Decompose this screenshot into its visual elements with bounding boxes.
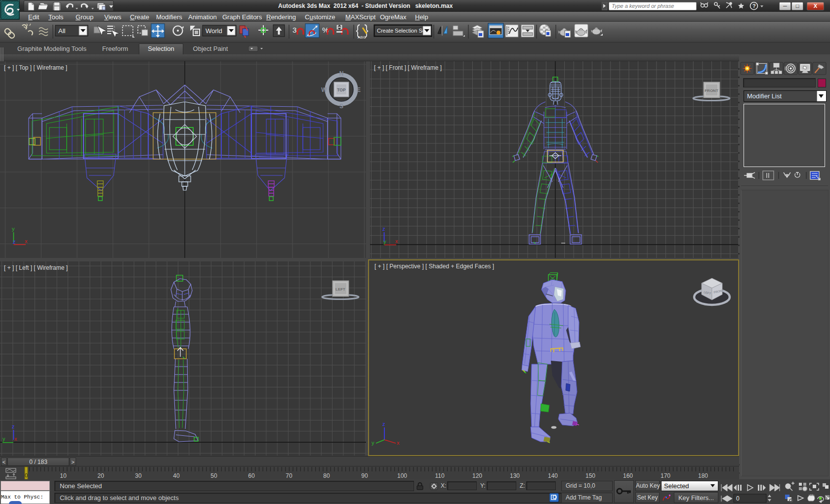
svg-text:[ + ] [ Perspective ] [ Shaded: [ + ] [ Perspective ] [ Shaded + Edged F… bbox=[374, 263, 494, 270]
svg-text:E: E bbox=[357, 86, 361, 93]
svg-text:20: 20 bbox=[97, 472, 104, 479]
svg-text:N: N bbox=[339, 70, 344, 77]
svg-text:[ + ] [ Top ] [ Wireframe ]: [ + ] [ Top ] [ Wireframe ] bbox=[4, 64, 67, 71]
svg-text:0: 0 bbox=[736, 495, 740, 502]
svg-text:[ + ] [ Front ] [ Wireframe ]: [ + ] [ Front ] [ Wireframe ] bbox=[374, 64, 442, 71]
svg-text:W: W bbox=[321, 86, 327, 93]
svg-text:y: y bbox=[2, 436, 5, 442]
svg-text:150: 150 bbox=[585, 472, 595, 479]
svg-text:?: ? bbox=[752, 3, 756, 9]
svg-text:180: 180 bbox=[698, 472, 708, 479]
svg-text:[ + ] [ Left ] [ Wireframe ]: [ + ] [ Left ] [ Wireframe ] bbox=[4, 264, 68, 271]
svg-text:80: 80 bbox=[323, 472, 330, 479]
svg-text:z: z bbox=[12, 423, 15, 429]
svg-text:60: 60 bbox=[248, 472, 255, 479]
svg-text:110: 110 bbox=[435, 472, 444, 479]
svg-text:z: z bbox=[382, 421, 385, 427]
svg-text:All: All bbox=[58, 27, 66, 35]
svg-text:z: z bbox=[382, 226, 385, 232]
svg-text:100: 100 bbox=[397, 472, 407, 479]
svg-text:170: 170 bbox=[661, 472, 670, 479]
svg-text:90: 90 bbox=[361, 472, 368, 479]
svg-text:z: z bbox=[13, 239, 16, 245]
svg-text:S: S bbox=[339, 103, 343, 110]
svg-text:0: 0 bbox=[25, 472, 28, 478]
svg-text:y: y bbox=[383, 239, 386, 245]
svg-text:ABC: ABC bbox=[358, 35, 366, 40]
svg-text:TOP: TOP bbox=[337, 87, 346, 92]
svg-text:50: 50 bbox=[210, 472, 217, 479]
svg-text:30: 30 bbox=[135, 472, 142, 479]
svg-text:y: y bbox=[12, 226, 15, 232]
svg-text:Create Selection Se: Create Selection Se bbox=[377, 28, 425, 34]
svg-text:LEFT: LEFT bbox=[335, 287, 345, 292]
svg-text:140: 140 bbox=[548, 472, 558, 479]
svg-text:10: 10 bbox=[60, 472, 67, 479]
svg-text:x: x bbox=[397, 440, 400, 446]
svg-text:160: 160 bbox=[623, 472, 633, 479]
svg-text:FRONT: FRONT bbox=[705, 88, 718, 93]
svg-text:x: x bbox=[395, 238, 398, 244]
svg-text:130: 130 bbox=[510, 472, 520, 479]
svg-text:x: x bbox=[25, 238, 28, 244]
svg-text:x: x bbox=[14, 436, 17, 442]
svg-text:40: 40 bbox=[173, 472, 180, 479]
svg-text:3: 3 bbox=[292, 26, 296, 34]
svg-text:y: y bbox=[372, 440, 374, 446]
svg-text:World: World bbox=[206, 27, 222, 35]
svg-text:70: 70 bbox=[286, 472, 292, 479]
svg-text:120: 120 bbox=[472, 472, 482, 479]
